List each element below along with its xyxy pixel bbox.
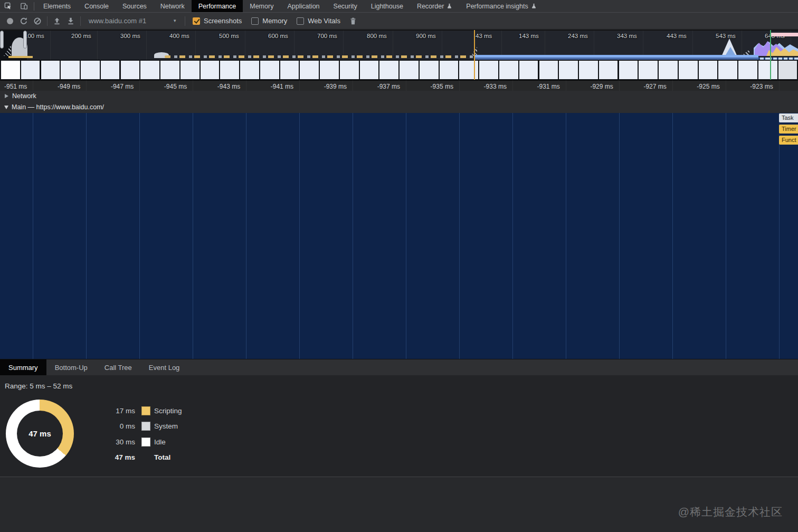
tab-performance-insights[interactable]: Performance insights bbox=[459, 0, 543, 12]
checkbox-checked-icon[interactable] bbox=[193, 17, 200, 25]
record-button[interactable] bbox=[3, 14, 17, 28]
filmstrip-frame[interactable] bbox=[220, 61, 239, 79]
filmstrip-frame[interactable] bbox=[320, 61, 339, 79]
filmstrip-frame[interactable] bbox=[420, 61, 439, 79]
legend-label: System bbox=[154, 422, 178, 430]
tab-performance[interactable]: Performance bbox=[192, 0, 243, 12]
checkbox-unchecked-icon[interactable] bbox=[251, 17, 259, 25]
tab-application[interactable]: Application bbox=[280, 0, 326, 12]
filmstrip-frame[interactable] bbox=[579, 61, 598, 79]
checkbox-web-vitals[interactable]: Web Vitals bbox=[297, 17, 340, 25]
tab-sources[interactable]: Sources bbox=[116, 0, 154, 12]
clear-button[interactable] bbox=[31, 14, 44, 28]
filmstrip-frame[interactable] bbox=[440, 61, 459, 79]
filmstrip-frame[interactable] bbox=[459, 61, 478, 79]
tab-bottom-up[interactable]: Bottom-Up bbox=[46, 359, 96, 375]
trash-icon[interactable] bbox=[346, 14, 360, 28]
tab-network[interactable]: Network bbox=[154, 0, 192, 12]
filmstrip-frame[interactable] bbox=[738, 61, 757, 79]
filmstrip-frame[interactable] bbox=[619, 61, 638, 79]
overview-right-handle[interactable] bbox=[23, 31, 27, 49]
filmstrip-frame[interactable] bbox=[340, 61, 359, 79]
filmstrip-frame[interactable] bbox=[21, 61, 40, 79]
target-selector-value: www.baidu.com #1 bbox=[89, 17, 146, 25]
reload-and-record-button[interactable] bbox=[17, 14, 31, 28]
checkbox-screenshots[interactable]: Screenshots bbox=[193, 17, 242, 25]
flame-gridline bbox=[726, 113, 726, 359]
overview-time-label: 443 ms bbox=[667, 33, 687, 39]
flame-gridline bbox=[566, 113, 566, 359]
filmstrip-frame[interactable] bbox=[679, 61, 698, 79]
filmstrip-frame[interactable] bbox=[718, 61, 737, 79]
filmstrip-frame[interactable] bbox=[539, 61, 558, 79]
filmstrip-frame[interactable] bbox=[121, 61, 140, 79]
ruler-time-label: -943 ms bbox=[217, 83, 240, 90]
filmstrip-frame[interactable] bbox=[379, 61, 398, 79]
save-profile-icon[interactable] bbox=[64, 14, 78, 28]
target-selector-dropdown[interactable]: www.baidu.com #1 ▼ bbox=[83, 17, 182, 25]
filmstrip-frame[interactable] bbox=[160, 61, 179, 79]
filmstrip-frame[interactable] bbox=[240, 61, 259, 79]
ruler-time-label: -923 ms bbox=[750, 83, 773, 90]
inspect-element-icon[interactable] bbox=[0, 0, 16, 12]
tab-lighthouse[interactable]: Lighthouse bbox=[364, 0, 410, 12]
tab-console[interactable]: Console bbox=[78, 0, 116, 12]
flame-gridline bbox=[299, 113, 300, 359]
filmstrip-frame[interactable] bbox=[400, 61, 419, 79]
orange-cursor-line bbox=[474, 30, 475, 80]
filmstrip-frame[interactable] bbox=[61, 61, 80, 79]
filmstrip-frame[interactable] bbox=[778, 61, 797, 79]
filmstrip-frame[interactable] bbox=[81, 61, 100, 79]
filmstrip-frame[interactable] bbox=[519, 61, 538, 79]
filmstrip-frame[interactable] bbox=[300, 61, 319, 79]
filmstrip-frame[interactable] bbox=[201, 61, 220, 79]
flame-gridline bbox=[86, 113, 87, 359]
filmstrip-frame[interactable] bbox=[639, 61, 658, 79]
checkbox-label: Screenshots bbox=[204, 17, 242, 25]
flame-entry-task[interactable]: Task bbox=[779, 113, 798, 122]
filmstrip-frame[interactable] bbox=[1, 61, 20, 79]
tab-security[interactable]: Security bbox=[327, 0, 364, 12]
expand-arrow-icon bbox=[4, 106, 8, 109]
flame-gridline bbox=[512, 113, 513, 359]
filmstrip-frame[interactable] bbox=[280, 61, 299, 79]
filmstrip-frame[interactable] bbox=[260, 61, 279, 79]
track-network[interactable]: Network bbox=[0, 91, 798, 101]
filmstrip-frame[interactable] bbox=[360, 61, 379, 79]
device-toolbar-icon[interactable] bbox=[16, 0, 32, 12]
devtools-tabbar: ElementsConsoleSourcesNetworkPerformance… bbox=[0, 0, 798, 12]
filmstrip-frame[interactable] bbox=[180, 61, 200, 79]
track-main[interactable]: Main — https://www.baidu.com/ bbox=[0, 101, 798, 113]
legend-time: 47 ms bbox=[0, 453, 135, 461]
load-profile-icon[interactable] bbox=[50, 14, 64, 28]
filmstrip-frame[interactable] bbox=[699, 61, 718, 79]
ruler-time-label: -951 ms bbox=[4, 83, 27, 90]
filmstrip-frame[interactable] bbox=[101, 61, 120, 79]
overview-left-handle[interactable] bbox=[0, 31, 4, 49]
flame-entry-funct[interactable]: Funct bbox=[779, 136, 798, 145]
filmstrip-frame[interactable] bbox=[599, 61, 618, 79]
tab-call-tree[interactable]: Call Tree bbox=[96, 359, 140, 375]
filmstrip-frame[interactable] bbox=[559, 61, 578, 79]
cpu-activity-band bbox=[165, 55, 507, 58]
timeline-overview[interactable]: 100 ms200 ms300 ms400 ms500 ms600 ms700 … bbox=[0, 30, 798, 60]
tab-summary[interactable]: Summary bbox=[0, 359, 46, 375]
checkbox-unchecked-icon[interactable] bbox=[297, 17, 304, 25]
ruler-time-label: -925 ms bbox=[697, 83, 719, 90]
flame-gridline bbox=[672, 113, 673, 359]
tab-memory[interactable]: Memory bbox=[243, 0, 280, 12]
tab-elements[interactable]: Elements bbox=[36, 0, 78, 12]
filmstrip-frame[interactable] bbox=[659, 61, 678, 79]
main-flame-chart[interactable]: TaskTimerFunct bbox=[0, 113, 798, 359]
filmstrip-frame[interactable] bbox=[479, 61, 498, 79]
flame-entry-timer[interactable]: Timer bbox=[779, 125, 798, 134]
tab-recorder[interactable]: Recorder bbox=[410, 0, 459, 12]
filmstrip-frame[interactable] bbox=[140, 61, 159, 79]
filmstrip-frame[interactable] bbox=[499, 61, 518, 79]
overview-time-label: 900 ms bbox=[416, 33, 436, 39]
filmstrip-frame[interactable] bbox=[758, 61, 777, 79]
filmstrip-frame[interactable] bbox=[41, 61, 60, 79]
checkbox-memory[interactable]: Memory bbox=[251, 17, 287, 25]
tab-event-log[interactable]: Event Log bbox=[140, 359, 188, 375]
long-task-indicator-bar bbox=[770, 33, 798, 36]
